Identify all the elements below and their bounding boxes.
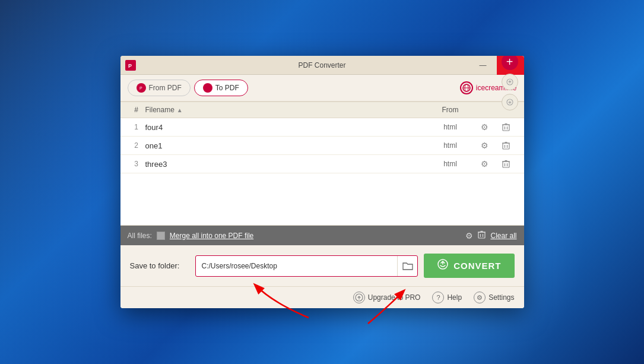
- from-pdf-icon: P: [137, 83, 146, 93]
- row-type-2: html: [427, 141, 474, 150]
- allfiles-settings-icon[interactable]: ⚙: [465, 231, 473, 240]
- row-type-1: html: [427, 123, 474, 131]
- row-delete-2[interactable]: [496, 141, 517, 150]
- convert-label: CONVERT: [453, 261, 501, 271]
- save-row: Save to folder: CONVERT: [120, 245, 524, 286]
- merge-checkbox[interactable]: [157, 232, 165, 240]
- settings-label: Settings: [488, 293, 514, 302]
- allfiles-left: All files: Merge all into one PDF file: [128, 232, 254, 240]
- toolbar-tabs: P From PDF To PDF: [128, 80, 248, 96]
- row-delete-3[interactable]: [496, 160, 517, 168]
- save-path-input[interactable]: [196, 258, 398, 274]
- col-hash: #: [128, 106, 145, 114]
- merge-link[interactable]: Merge all into one PDF file: [170, 232, 253, 240]
- col-filename: Filename ▲: [145, 106, 427, 114]
- titlebar: P PDF Converter — ✕: [120, 56, 524, 75]
- upgrade-label: Upgrade to PRO: [368, 293, 421, 302]
- file-table: # Filename ▲ From 1 four4 html ⚙: [120, 102, 524, 226]
- row-name-3: three3: [145, 160, 427, 169]
- svg-rect-14: [503, 143, 509, 149]
- allfiles-label: All files:: [128, 232, 152, 240]
- row-name-2: one1: [145, 141, 427, 150]
- toolbar: P From PDF To PDF: [120, 75, 524, 102]
- settings-icon: ⚙: [474, 292, 486, 303]
- to-pdf-label: To PDF: [215, 84, 239, 92]
- save-input-wrap: [195, 255, 418, 277]
- minimize-button[interactable]: —: [469, 56, 497, 75]
- svg-text:P: P: [128, 63, 132, 69]
- upgrade-icon: [353, 292, 365, 303]
- allfiles-bar: All files: Merge all into one PDF file ⚙…: [120, 226, 524, 245]
- table-body: 1 four4 html ⚙ 2 one1 html: [120, 118, 524, 225]
- from-pdf-tab[interactable]: P From PDF: [128, 80, 191, 96]
- sort-arrow: ▲: [177, 107, 183, 113]
- add-file-button[interactable]: +: [502, 56, 518, 70]
- to-pdf-tab[interactable]: To PDF: [194, 80, 248, 96]
- svg-rect-19: [503, 162, 509, 167]
- brand-icon: [460, 81, 473, 94]
- help-label: Help: [447, 293, 462, 302]
- titlebar-left: P: [125, 60, 136, 71]
- svg-rect-26: [478, 232, 485, 238]
- svg-rect-9: [503, 125, 509, 131]
- move-up-button[interactable]: [502, 74, 518, 90]
- row-settings-1[interactable]: ⚙: [474, 122, 496, 132]
- svg-text:P: P: [139, 86, 142, 90]
- browse-folder-button[interactable]: [397, 256, 417, 276]
- row-settings-3[interactable]: ⚙: [474, 159, 496, 169]
- allfiles-right: ⚙ Clear all: [465, 230, 516, 240]
- row-settings-2[interactable]: ⚙: [474, 141, 496, 150]
- to-pdf-icon: [203, 83, 212, 93]
- row-num-1: 1: [128, 123, 145, 131]
- row-type-3: html: [427, 160, 474, 168]
- table-header: # Filename ▲ From: [120, 102, 524, 118]
- row-num-3: 3: [128, 160, 145, 168]
- move-down-button[interactable]: [502, 94, 518, 110]
- table-row: 1 four4 html ⚙: [120, 118, 524, 137]
- svg-point-5: [207, 87, 209, 89]
- help-icon: ?: [432, 292, 444, 303]
- table-row: 2 one1 html ⚙: [120, 137, 524, 155]
- settings-button[interactable]: ⚙ Settings: [474, 292, 514, 303]
- row-name-1: four4: [145, 123, 427, 132]
- convert-icon: [437, 258, 449, 273]
- bottom-bar: Upgrade to PRO ? Help ⚙ Settings: [120, 286, 524, 308]
- side-buttons: +: [502, 56, 518, 110]
- row-delete-1[interactable]: [496, 123, 517, 131]
- table-row: 3 three3 html ⚙: [120, 155, 524, 173]
- upgrade-button[interactable]: Upgrade to PRO: [353, 292, 421, 303]
- help-button[interactable]: ? Help: [432, 292, 462, 303]
- from-pdf-label: From PDF: [149, 84, 182, 92]
- convert-button[interactable]: CONVERT: [424, 254, 514, 278]
- save-label: Save to folder:: [130, 261, 189, 270]
- col-from: From: [427, 106, 474, 114]
- allfiles-trash-icon[interactable]: [478, 230, 486, 240]
- row-num-2: 2: [128, 141, 145, 150]
- clear-all-button[interactable]: Clear all: [490, 232, 516, 240]
- window-title: PDF Converter: [298, 61, 345, 69]
- main-window: P PDF Converter — ✕ P From PDF: [120, 56, 524, 308]
- app-icon: P: [125, 60, 136, 71]
